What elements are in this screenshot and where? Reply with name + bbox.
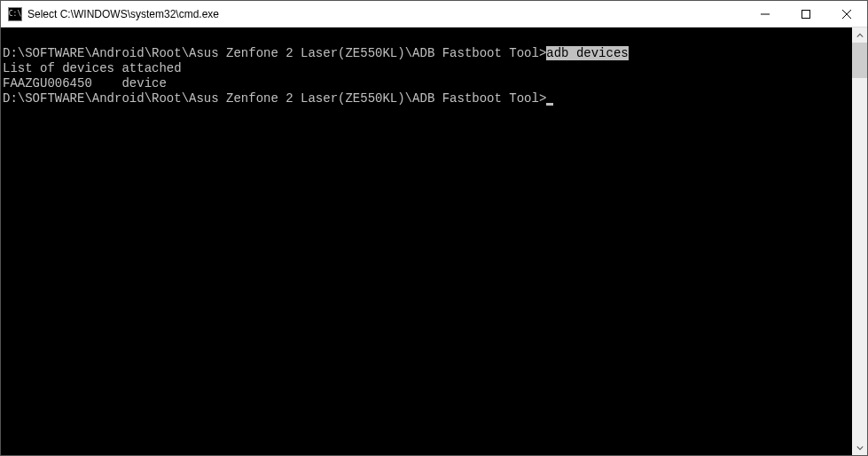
close-icon [842,10,851,19]
chevron-down-icon [856,444,864,452]
minimize-icon [761,10,770,19]
scroll-up-button[interactable] [852,28,867,43]
titlebar[interactable]: C:\ Select C:\WINDOWS\system32\cmd.exe [1,1,867,28]
terminal-line: D:\SOFTWARE\Android\Root\Asus Zenfone 2 … [3,31,850,61]
close-button[interactable] [826,1,867,27]
minimize-button[interactable] [745,1,786,27]
cursor [546,103,553,106]
maximize-button[interactable] [786,1,826,27]
svg-rect-1 [802,10,810,18]
cmd-window: C:\ Select C:\WINDOWS\system32\cmd.exe D… [0,0,868,456]
terminal-line: FAAZGU006450 device [3,76,850,91]
prompt-text: D:\SOFTWARE\Android\Root\Asus Zenfone 2 … [3,91,546,106]
cmd-icon: C:\ [8,7,22,21]
prompt-text: D:\SOFTWARE\Android\Root\Asus Zenfone 2 … [3,46,546,60]
maximize-icon [802,10,810,19]
scroll-track[interactable] [852,43,867,440]
terminal-line: D:\SOFTWARE\Android\Root\Asus Zenfone 2 … [3,91,850,106]
scrollbar[interactable] [852,28,867,455]
terminal-container: D:\SOFTWARE\Android\Root\Asus Zenfone 2 … [1,28,867,455]
chevron-up-icon [856,32,864,39]
window-title: Select C:\WINDOWS\system32\cmd.exe [27,8,745,20]
terminal-line: List of devices attached [3,61,850,76]
terminal[interactable]: D:\SOFTWARE\Android\Root\Asus Zenfone 2 … [1,28,852,455]
window-controls [745,1,867,27]
selected-text: adb devices [546,46,628,60]
scroll-thumb[interactable] [852,43,867,78]
scroll-down-button[interactable] [852,440,867,455]
